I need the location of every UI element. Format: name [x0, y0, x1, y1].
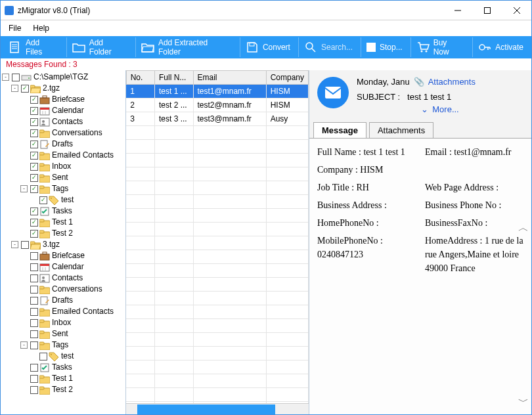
checkbox[interactable] [30, 330, 38, 338]
tree-row[interactable]: ✓Test 2 [2, 228, 125, 239]
checkbox[interactable]: ✓ [30, 118, 38, 126]
tree-row[interactable]: -C:\Sample\TGZ [2, 72, 125, 83]
menu-file[interactable]: File [9, 24, 21, 33]
tree-row[interactable]: Drafts [2, 295, 125, 306]
checkbox[interactable]: ✓ [30, 129, 38, 137]
checkbox[interactable] [30, 386, 38, 394]
search-box[interactable]: Search... [298, 37, 358, 57]
col-name[interactable]: Full N... [155, 71, 194, 85]
contacts-icon [39, 118, 50, 127]
tree-row[interactable]: ✓Briefcase [2, 94, 125, 105]
tree-row[interactable]: ✓test [2, 194, 125, 206]
tree-row[interactable]: -3.tgz [2, 239, 125, 250]
tree-row[interactable]: ✓Tasks [2, 206, 125, 217]
tree-row[interactable]: ✓Conversations [2, 127, 125, 139]
checkbox[interactable] [30, 319, 38, 327]
tree-row[interactable]: Sent [2, 328, 125, 339]
tree-row[interactable]: ✓Calendar [2, 105, 125, 116]
tree-row[interactable]: Tasks [2, 362, 125, 373]
grid-wrap[interactable]: No. Full N... Email Company 1test 1 ...t… [126, 70, 309, 403]
tree-row[interactable]: Conversations [2, 284, 125, 295]
checkbox[interactable] [30, 341, 38, 349]
add-extracted-button[interactable]: Add Extracted Folder [135, 37, 237, 57]
tree-row[interactable]: Emailed Contacts [2, 306, 125, 317]
checkbox[interactable]: ✓ [30, 152, 38, 160]
checkbox[interactable]: ✓ [39, 196, 47, 204]
minimize-button[interactable] [443, 1, 472, 20]
maximize-button[interactable] [472, 1, 502, 20]
checkbox[interactable]: ✓ [30, 185, 38, 193]
checkbox[interactable] [30, 263, 38, 271]
checkbox[interactable] [30, 364, 38, 372]
table-row[interactable]: 2test 2 ...test2@mnam.frHISM [126, 98, 308, 112]
collapse-icon[interactable]: - [20, 341, 28, 349]
tree-row[interactable]: ✓Contacts [2, 116, 125, 127]
checkbox[interactable]: ✓ [30, 141, 38, 148]
checkbox[interactable] [12, 74, 20, 81]
tree-row[interactable]: Briefcase [2, 250, 125, 261]
main-area: -C:\Sample\TGZ-✓2.tgz✓Briefcase✓Calendar… [1, 70, 531, 414]
checkbox[interactable] [39, 353, 47, 360]
svg-point-18 [28, 77, 30, 79]
tree-row[interactable]: -✓Tags [2, 183, 125, 194]
checkbox[interactable]: ✓ [30, 207, 38, 215]
collapse-icon[interactable]: - [11, 241, 18, 248]
col-no[interactable]: No. [126, 71, 154, 85]
collapse-icon[interactable]: - [2, 74, 9, 81]
tree-row[interactable]: ✓Test 1 [2, 217, 125, 228]
h-scrollbar[interactable] [126, 403, 309, 414]
convert-button[interactable]: Convert [240, 37, 296, 57]
table-row[interactable]: 3test 3 ...test3@mnam.frAusy [126, 112, 308, 126]
checkbox[interactable]: ✓ [30, 107, 38, 115]
tree-row[interactable]: ✓Inbox [2, 161, 125, 172]
subject-text: test 1 test 1 [407, 92, 451, 102]
folder-tree[interactable]: -C:\Sample\TGZ-✓2.tgz✓Briefcase✓Calendar… [1, 70, 126, 414]
col-email[interactable]: Email [193, 71, 266, 85]
tree-row[interactable]: ✓Sent [2, 172, 125, 183]
checkbox[interactable] [30, 274, 38, 282]
checkbox[interactable]: ✓ [30, 174, 38, 182]
tree-row[interactable]: test [2, 351, 125, 362]
table-row[interactable]: 1test 1 ...test1@mnam.frHISM [126, 85, 308, 98]
tree-row[interactable]: -✓2.tgz [2, 83, 125, 94]
add-folder-button[interactable]: Add Folder [66, 37, 133, 57]
checkbox[interactable]: ✓ [30, 230, 38, 238]
checkbox[interactable] [30, 297, 38, 305]
tree-row[interactable]: ✓Drafts [2, 139, 125, 150]
tree-label: Test 2 [51, 384, 73, 395]
checkbox[interactable] [30, 308, 38, 316]
checkbox[interactable] [21, 241, 29, 249]
stop-icon [366, 43, 376, 52]
checkbox[interactable]: ✓ [30, 96, 38, 104]
tree-row[interactable]: Test 1 [2, 373, 125, 384]
collapse-icon[interactable]: - [20, 185, 28, 192]
checkbox[interactable] [30, 375, 38, 383]
attachments-link[interactable]: Attachments [428, 77, 476, 87]
tree-row[interactable]: Calendar [2, 261, 125, 273]
tree-row[interactable]: Inbox [2, 317, 125, 328]
col-company[interactable]: Company [266, 71, 308, 85]
checkbox[interactable] [30, 286, 38, 294]
drafts-icon [39, 296, 50, 305]
tree-row[interactable]: ✓Emailed Contacts [2, 150, 125, 161]
tree-row[interactable]: -Tags [2, 339, 125, 351]
checkbox[interactable]: ✓ [30, 219, 38, 227]
checkbox[interactable]: ✓ [30, 163, 38, 171]
scroll-up-icon[interactable]: ︿ [518, 221, 529, 235]
menu-help[interactable]: Help [33, 24, 49, 33]
cell-company: HISM [266, 98, 308, 112]
more-link[interactable]: ⌄ More... [357, 102, 523, 114]
checkbox[interactable]: ✓ [21, 85, 29, 93]
stop-button[interactable]: Stop... [361, 37, 408, 57]
close-button[interactable] [502, 1, 531, 20]
checkbox[interactable] [30, 252, 38, 260]
tree-row[interactable]: Test 2 [2, 384, 125, 395]
buy-now-button[interactable]: Buy Now [410, 37, 470, 57]
activate-button[interactable]: Activate [472, 37, 529, 57]
scroll-down-icon[interactable]: ﹀ [518, 395, 529, 409]
tab-message[interactable]: Message [313, 122, 366, 138]
tab-attachments[interactable]: Attachments [369, 122, 433, 138]
collapse-icon[interactable]: - [11, 85, 18, 92]
tree-row[interactable]: Contacts [2, 273, 125, 284]
add-files-button[interactable]: Add Files [3, 37, 64, 57]
